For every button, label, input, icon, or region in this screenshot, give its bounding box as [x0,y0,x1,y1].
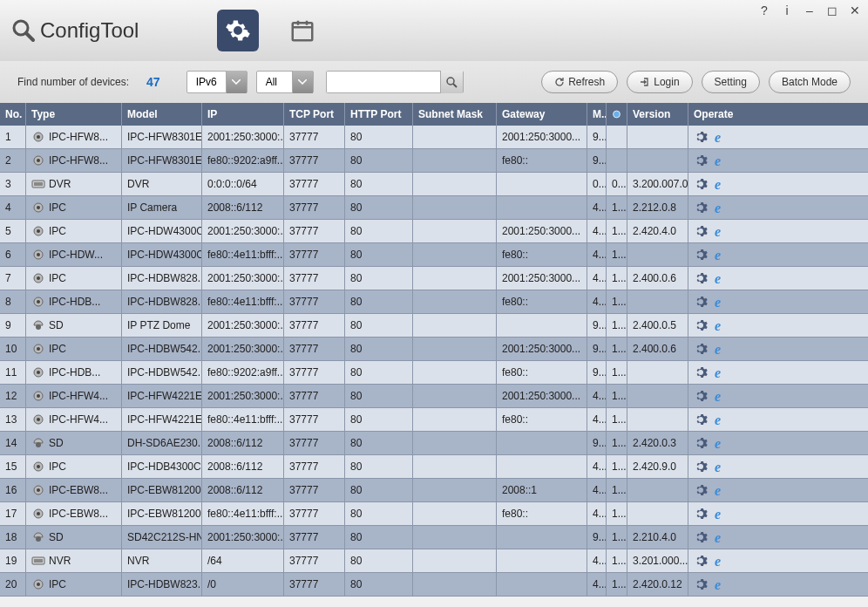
table-row[interactable]: 17IPC-EBW8...IPC-EBW81200fe80::4e11:bfff… [0,502,868,526]
table-row[interactable]: 15IPCIPC-HDB4300C...2008::6/11237777804.… [0,455,868,479]
table-row[interactable]: 6IPC-HDW...IPC-HDW4300Cfe80::4e11:bfff:.… [0,243,868,267]
gear-icon[interactable] [694,460,708,474]
cell-sn: 1... [607,338,627,360]
table-row[interactable]: 1IPC-HFW8...IPC-HFW8301E2001:250:3000:..… [0,126,868,149]
gear-icon[interactable] [694,342,708,356]
browser-icon[interactable]: e [715,201,729,215]
table-row[interactable]: 5IPCIPC-HDW4300C2001:250:3000:...3777780… [0,220,868,243]
browser-icon[interactable]: e [715,389,729,403]
browser-icon[interactable]: e [715,483,729,497]
gear-icon[interactable] [694,153,708,167]
browser-icon[interactable]: e [715,577,729,591]
search-button[interactable] [440,71,463,93]
gear-icon[interactable] [694,201,708,215]
table-row[interactable]: 9SDIP PTZ Dome2001:250:3000:...37777809.… [0,314,868,338]
ip-version-select[interactable]: IPv6 [186,71,248,93]
gear-icon[interactable] [694,483,708,497]
gear-icon[interactable] [694,554,708,568]
browser-icon[interactable]: e [715,248,729,262]
browser-icon[interactable]: e [715,177,729,191]
browser-icon[interactable]: e [715,365,729,379]
titlebar: ConfigTool ? i – ◻ ✕ [0,0,868,61]
browser-icon[interactable]: e [715,153,729,167]
gear-icon[interactable] [694,318,708,332]
browser-icon[interactable]: e [715,318,729,332]
table-row[interactable]: 12IPC-HFW4...IPC-HFW4221E2001:250:3000:.… [0,385,868,408]
schedule-tab-button[interactable] [281,10,323,51]
col-subnet[interactable]: Subnet Mask [413,103,497,126]
cell-mac: 4... [587,573,607,596]
maximize-button[interactable]: ◻ [826,3,838,17]
browser-icon[interactable]: e [715,554,729,568]
browser-icon[interactable]: e [715,130,729,144]
table-row[interactable]: 10IPCIPC-HDBW542...2001:250:3000:...3777… [0,338,868,361]
cell-no: 2 [0,149,26,172]
gear-icon[interactable] [694,389,708,403]
browser-icon[interactable]: e [715,224,729,238]
browser-icon[interactable]: e [715,507,729,521]
svg-point-45 [37,583,40,586]
col-no[interactable]: No. [0,103,26,126]
table-row[interactable]: 3DVRDVR0:0:0::0/6437777800...0...3.200.0… [0,173,868,196]
browser-icon[interactable]: e [715,413,729,426]
table-row[interactable]: 2IPC-HFW8...IPC-HFW8301Efe80::9202:a9ff.… [0,149,868,173]
help-button[interactable]: ? [758,3,770,17]
gear-icon[interactable] [694,271,708,285]
cell-tcp: 37777 [284,526,345,549]
settings-tab-button[interactable] [217,10,259,51]
col-model[interactable]: Model [122,103,202,126]
table-row[interactable]: 16IPC-EBW8...IPC-EBW812002008::6/1123777… [0,479,868,502]
info-button[interactable]: i [781,3,793,17]
table-row[interactable]: 19NVRNVR/6437777804...1...3.201.000...e [0,549,868,573]
close-button[interactable]: ✕ [849,3,861,17]
col-http[interactable]: HTTP Port [345,103,413,126]
gear-icon[interactable] [694,507,708,521]
table-row[interactable]: 7IPCIPC-HDBW828...2001:250:3000:...37777… [0,267,868,290]
gear-icon[interactable] [694,530,708,544]
table-row[interactable]: 11IPC-HDB...IPC-HDBW542...fe80::9202:a9f… [0,361,868,385]
gear-icon[interactable] [694,248,708,262]
gear-icon[interactable] [694,130,708,144]
gear-icon[interactable] [694,436,708,450]
col-ip[interactable]: IP [202,103,284,126]
cell-ip: /64 [202,549,284,572]
login-button[interactable]: Login [627,71,692,93]
cell-subnet [413,573,497,596]
gear-icon[interactable] [694,224,708,238]
batch-mode-button[interactable]: Batch Mode [769,71,851,93]
setting-button[interactable]: Setting [702,71,760,93]
browser-icon[interactable]: e [715,436,729,450]
camera-icon [31,225,45,237]
refresh-button[interactable]: Refresh [541,71,618,93]
table-row[interactable]: 13IPC-HFW4...IPC-HFW4221Efe80::4e11:bfff… [0,408,868,432]
browser-icon[interactable]: e [715,295,729,309]
col-mac[interactable]: M... [587,103,607,126]
gear-icon[interactable] [694,577,708,591]
col-version[interactable]: Version [627,103,688,126]
svg-point-16 [37,206,40,209]
cell-type: IPC-EBW8... [26,479,122,501]
browser-icon[interactable]: e [715,342,729,356]
gear-icon[interactable] [694,413,708,426]
col-type[interactable]: Type [26,103,122,126]
table-row[interactable]: 18SDSD42C212S-HN2001:250:3000:...3777780… [0,526,868,549]
type-filter-select[interactable]: All [256,71,314,93]
col-operate[interactable]: Operate [688,103,868,126]
col-sn[interactable] [607,103,627,126]
browser-icon[interactable]: e [715,530,729,544]
gear-icon[interactable] [694,365,708,379]
gear-icon[interactable] [694,295,708,309]
table-row[interactable]: 8IPC-HDB...IPC-HDBW828...fe80::4e11:bfff… [0,290,868,314]
col-gateway[interactable]: Gateway [497,103,587,126]
table-row[interactable]: 4IPCIP Camera2008::6/11237777804...1...2… [0,196,868,220]
table-row[interactable]: 20IPCIPC-HDBW823.../037777804...1...2.42… [0,573,868,597]
col-tcp[interactable]: TCP Port [284,103,345,126]
gear-icon[interactable] [694,177,708,191]
cell-type: IPC-HFW8... [26,126,122,148]
search-input[interactable] [327,72,440,92]
browser-icon[interactable]: e [715,271,729,285]
table-row[interactable]: 14SDDH-SD6AE230...2008::6/11237777809...… [0,432,868,455]
window-controls: ? i – ◻ ✕ [758,3,861,17]
minimize-button[interactable]: – [804,3,816,17]
browser-icon[interactable]: e [715,460,729,474]
